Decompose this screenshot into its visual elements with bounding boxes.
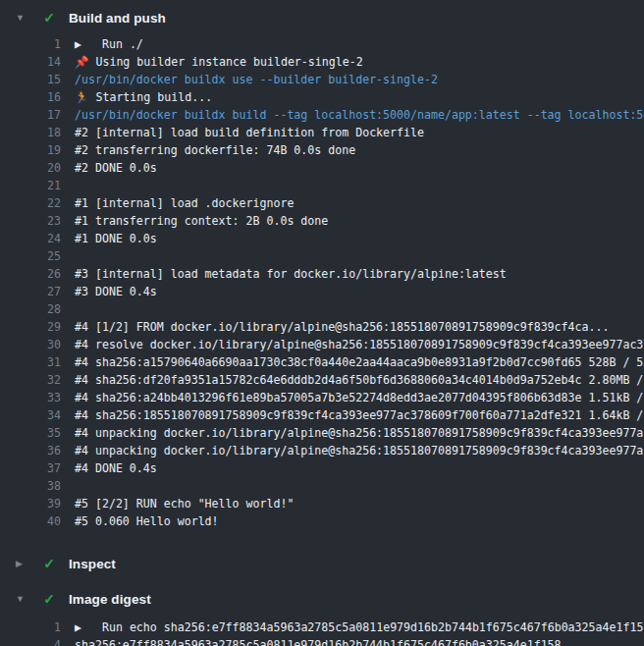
log-line: 23#1 transferring context: 2B 0.0s done: [0, 212, 644, 230]
line-number[interactable]: 33: [0, 389, 61, 406]
log-line: 31#4 sha256:a15790640a6690aa1730c38cf0a4…: [0, 353, 644, 371]
line-text: #4 sha256:185518070891758909c9f839cf4ca3…: [75, 406, 644, 424]
log-line: 29#4 [1/2] FROM docker.io/library/alpine…: [0, 318, 644, 336]
line-text: #1 DONE 0.0s: [75, 230, 157, 247]
log-line: 14📌 Using builder instance builder-singl…: [0, 53, 644, 71]
line-number[interactable]: 21: [0, 177, 61, 194]
section-title: Build and push: [69, 11, 166, 26]
line-text: #4 resolve docker.io/library/alpine@sha2…: [75, 336, 644, 353]
log-line: 20#2 DONE 0.0s: [0, 159, 644, 177]
line-number[interactable]: 19: [0, 141, 61, 159]
line-number[interactable]: 22: [0, 194, 61, 212]
section-image-digest: ▼✓Image digest1▶ Run echo sha256:e7ff883…: [0, 581, 644, 646]
line-number[interactable]: 30: [0, 336, 61, 353]
section-body-image-digest: 1▶ Run echo sha256:e7ff8834a5963a2785c5a…: [0, 617, 644, 646]
line-text: /usr/bin/docker buildx use --builder bui…: [75, 71, 438, 88]
spacer: [81, 35, 88, 53]
log-line: 18#2 [internal] load build definition fr…: [0, 124, 644, 141]
line-text: #4 [1/2] FROM docker.io/library/alpine@s…: [75, 318, 609, 336]
line-text: #2 transferring dockerfile: 74B 0.0s don…: [75, 141, 355, 159]
line-text: #1 transferring context: 2B 0.0s done: [75, 212, 328, 230]
line-number[interactable]: 34: [0, 406, 61, 424]
log-line: 21: [0, 177, 644, 194]
section-header-inspect[interactable]: ▶✓Inspect: [0, 546, 644, 581]
chevron-down-icon[interactable]: ▼: [16, 595, 29, 604]
log-line: 16🏃 Starting build...: [0, 88, 644, 106]
line-number[interactable]: 18: [0, 124, 61, 141]
line-number[interactable]: 1: [0, 619, 61, 636]
line-number[interactable]: 40: [0, 512, 61, 530]
line-number[interactable]: 37: [0, 459, 61, 477]
chevron-right-icon[interactable]: ▶: [16, 560, 29, 568]
line-number[interactable]: 4: [0, 636, 61, 646]
line-number[interactable]: 15: [0, 71, 61, 88]
line-number[interactable]: 16: [0, 88, 61, 106]
chevron-down-icon[interactable]: ▼: [16, 14, 29, 23]
line-number[interactable]: 24: [0, 230, 61, 247]
log-line: 35#4 unpacking docker.io/library/alpine@…: [0, 424, 644, 442]
log-line: 32#4 sha256:df20fa9351a15782c64e6dddb2d4…: [0, 371, 644, 389]
line-text: Run ./: [102, 35, 143, 53]
log-line: 34#4 sha256:185518070891758909c9f839cf4c…: [0, 406, 644, 424]
line-text: Run echo sha256:e7ff8834a5963a2785c5a081…: [102, 619, 644, 636]
line-number[interactable]: 32: [0, 371, 61, 389]
line-number[interactable]: 20: [0, 159, 61, 177]
line-text: #4 unpacking docker.io/library/alpine@sh…: [75, 442, 644, 459]
line-text: #2 [internal] load build definition from…: [75, 124, 424, 141]
line-text: sha256:e7ff8834a5963a2785c5a0811e979d16b…: [75, 636, 562, 646]
section-title: Image digest: [69, 592, 151, 607]
line-text: #5 [2/2] RUN echo "Hello world!": [75, 495, 294, 512]
line-number[interactable]: 26: [0, 265, 61, 283]
run-group-expand-icon[interactable]: ▶: [75, 35, 81, 53]
line-text: #4 unpacking docker.io/library/alpine@sh…: [75, 424, 644, 442]
line-number[interactable]: 23: [0, 212, 61, 230]
log-line: 1▶ Run echo sha256:e7ff8834a5963a2785c5a…: [0, 619, 644, 636]
run-group-expand-icon[interactable]: ▶: [75, 619, 81, 636]
section-header-build-and-push[interactable]: ▼✓Build and push: [0, 0, 644, 35]
log-line: 30#4 resolve docker.io/library/alpine@sh…: [0, 336, 644, 353]
line-number[interactable]: 17: [0, 106, 61, 124]
section-body-build-and-push: 1▶ Run ./14📌 Using builder instance buil…: [0, 35, 644, 542]
line-number[interactable]: 14: [0, 53, 61, 71]
line-number[interactable]: 27: [0, 283, 61, 300]
line-number[interactable]: 36: [0, 442, 61, 459]
spacer: [81, 619, 88, 636]
log-line: 1▶ Run ./: [0, 35, 644, 53]
log-line: 17/usr/bin/docker buildx build --tag loc…: [0, 106, 644, 124]
line-number[interactable]: 1: [0, 35, 61, 53]
line-number[interactable]: 38: [0, 477, 61, 495]
line-text: #4 sha256:a24bb4013296f61e89ba57005a7b3e…: [75, 389, 644, 406]
log-line: 4sha256:e7ff8834a5963a2785c5a0811e979d16…: [0, 636, 644, 646]
log-line: 15/usr/bin/docker buildx use --builder b…: [0, 71, 644, 88]
line-text: 📌 Using builder instance builder-single-…: [75, 53, 363, 71]
line-number[interactable]: 25: [0, 247, 61, 265]
line-number[interactable]: 31: [0, 353, 61, 371]
log-line: 28: [0, 300, 644, 318]
log-line: 36#4 unpacking docker.io/library/alpine@…: [0, 442, 644, 459]
success-check-icon: ✓: [41, 11, 57, 25]
line-text: #4 sha256:a15790640a6690aa1730c38cf0a440…: [75, 353, 644, 371]
log-line: 26#3 [internal] load metadata for docker…: [0, 265, 644, 283]
log-line: 38: [0, 477, 644, 495]
line-text: #3 [internal] load metadata for docker.i…: [75, 265, 507, 283]
line-number[interactable]: 28: [0, 300, 61, 318]
line-text: #1 [internal] load .dockerignore: [75, 194, 294, 212]
line-text: #5 0.060 Hello world!: [75, 512, 219, 530]
line-number[interactable]: 29: [0, 318, 61, 336]
log-line: 22#1 [internal] load .dockerignore: [0, 194, 644, 212]
section-header-image-digest[interactable]: ▼✓Image digest: [0, 581, 644, 617]
section-title: Inspect: [69, 557, 116, 571]
line-number[interactable]: 35: [0, 424, 61, 442]
log-line: 39#5 [2/2] RUN echo "Hello world!": [0, 495, 644, 512]
line-text: /usr/bin/docker buildx build --tag local…: [75, 106, 644, 124]
workflow-log: ▼✓Build and push1▶ Run ./14📌 Using build…: [0, 0, 644, 646]
section-inspect: ▶✓Inspect: [0, 546, 644, 581]
log-line: 24#1 DONE 0.0s: [0, 230, 644, 247]
line-text: #3 DONE 0.4s: [75, 283, 157, 300]
line-text: #2 DONE 0.0s: [75, 159, 157, 177]
line-number[interactable]: 39: [0, 495, 61, 512]
log-line: 19#2 transferring dockerfile: 74B 0.0s d…: [0, 141, 644, 159]
log-line: 27#3 DONE 0.4s: [0, 283, 644, 300]
line-text: #4 DONE 0.4s: [75, 459, 157, 477]
log-line: 37#4 DONE 0.4s: [0, 459, 644, 477]
